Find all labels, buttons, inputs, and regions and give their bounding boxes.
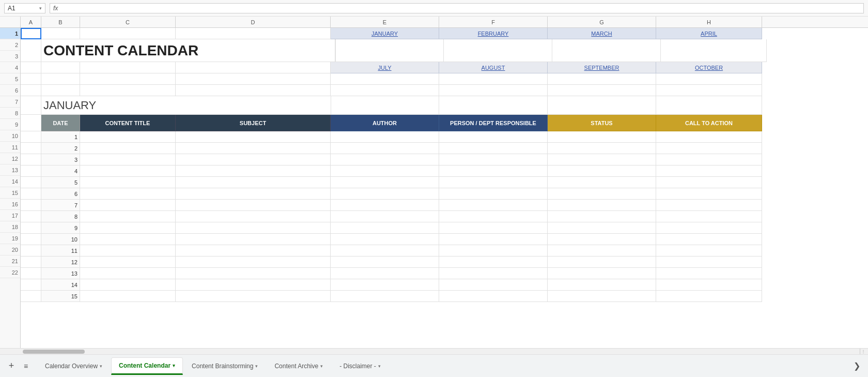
- col-header-h[interactable]: H: [656, 17, 762, 27]
- cell-a10[interactable]: [21, 154, 41, 165]
- row-num-19[interactable]: 19: [0, 233, 20, 244]
- cell-person-10[interactable]: [439, 234, 548, 245]
- cell-author-13[interactable]: [331, 268, 439, 279]
- cell-cta-6[interactable]: [656, 188, 762, 200]
- cell-a2[interactable]: [21, 39, 41, 62]
- cell-a11[interactable]: [21, 165, 41, 177]
- cell-cta-14[interactable]: [656, 279, 762, 291]
- cell-a22[interactable]: [21, 291, 41, 302]
- row-num-2[interactable]: 2: [0, 39, 20, 51]
- cell-author-1[interactable]: [331, 131, 439, 143]
- cell-a1[interactable]: [21, 28, 41, 39]
- cell-person-15[interactable]: [439, 291, 548, 302]
- cell-cta-1[interactable]: [656, 131, 762, 143]
- cell-cta-2[interactable]: [656, 143, 762, 154]
- row-num-17[interactable]: 17: [0, 210, 20, 221]
- cell-title-10[interactable]: [80, 234, 176, 245]
- cell-f5[interactable]: [439, 85, 548, 96]
- cell-c4[interactable]: [80, 73, 176, 85]
- cell-a16[interactable]: [21, 222, 41, 234]
- cell-subject-4[interactable]: [176, 165, 331, 177]
- cell-a14[interactable]: [21, 200, 41, 211]
- cell-c1[interactable]: [80, 28, 176, 39]
- cell-c3[interactable]: [80, 62, 176, 73]
- cell-status-1[interactable]: [548, 131, 656, 143]
- cell-status-7[interactable]: [548, 200, 656, 211]
- cell-subject-11[interactable]: [176, 245, 331, 257]
- cell-day-11[interactable]: 11: [41, 245, 80, 257]
- cell-day-8[interactable]: 8: [41, 211, 80, 222]
- cell-g1-mar[interactable]: MARCH: [548, 28, 656, 39]
- cell-status-13[interactable]: [548, 268, 656, 279]
- cell-a6[interactable]: [21, 96, 41, 115]
- cell-author-11[interactable]: [331, 245, 439, 257]
- cell-author-14[interactable]: [331, 279, 439, 291]
- cell-a15[interactable]: [21, 211, 41, 222]
- row-num-4[interactable]: 4: [0, 62, 20, 73]
- cell-b4[interactable]: [41, 73, 80, 85]
- cell-author-7[interactable]: [331, 200, 439, 211]
- cell-day-13[interactable]: 13: [41, 268, 80, 279]
- cell-b1[interactable]: [41, 28, 80, 39]
- row-num-6[interactable]: 6: [0, 85, 20, 96]
- cell-person-2[interactable]: [439, 143, 548, 154]
- cell-section-title[interactable]: JANUARY: [41, 96, 331, 115]
- col-header-g[interactable]: G: [548, 17, 656, 27]
- tab-content-archive[interactable]: Content Archive ▾: [267, 357, 331, 375]
- cell-cta-7[interactable]: [656, 200, 762, 211]
- row-num-3[interactable]: 3: [0, 51, 20, 62]
- cell-author-9[interactable]: [331, 222, 439, 234]
- col-header-e[interactable]: E: [331, 17, 439, 27]
- cell-person-12[interactable]: [439, 257, 548, 268]
- cell-author-6[interactable]: [331, 188, 439, 200]
- row-num-1[interactable]: 1: [0, 28, 20, 39]
- sheets-list-button[interactable]: ≡: [19, 359, 33, 373]
- col-header-a[interactable]: A: [21, 17, 41, 27]
- cell-subject-2[interactable]: [176, 143, 331, 154]
- col-header-f[interactable]: F: [439, 17, 548, 27]
- row-num-15[interactable]: 15: [0, 187, 20, 199]
- cell-title-5[interactable]: [80, 177, 176, 188]
- cell-d1[interactable]: [176, 28, 331, 39]
- cell-day-7[interactable]: 7: [41, 200, 80, 211]
- cell-a18[interactable]: [21, 245, 41, 257]
- cell-status-2[interactable]: [548, 143, 656, 154]
- cell-status-8[interactable]: [548, 211, 656, 222]
- cell-c5[interactable]: [80, 85, 176, 96]
- cell-a13[interactable]: [21, 188, 41, 200]
- cell-title-8[interactable]: [80, 211, 176, 222]
- cell-a17[interactable]: [21, 234, 41, 245]
- cell-day-2[interactable]: 2: [41, 143, 80, 154]
- cell-subject-6[interactable]: [176, 188, 331, 200]
- cell-a3[interactable]: [21, 62, 41, 73]
- cell-f1-feb[interactable]: FEBRUARY: [439, 28, 548, 39]
- cell-e5[interactable]: [331, 85, 439, 96]
- tab-disclaimer[interactable]: - Disclaimer - ▾: [332, 357, 389, 375]
- col-header-c[interactable]: C: [80, 17, 176, 27]
- cell-person-14[interactable]: [439, 279, 548, 291]
- horizontal-scrollbar[interactable]: ⋮: [0, 348, 868, 354]
- cell-subject-14[interactable]: [176, 279, 331, 291]
- cell-h2[interactable]: [661, 39, 767, 62]
- cell-f6[interactable]: [439, 96, 548, 115]
- cell-h1-apr[interactable]: APRIL: [656, 28, 762, 39]
- col-header-b[interactable]: B: [41, 17, 80, 27]
- row-num-13[interactable]: 13: [0, 164, 20, 176]
- cell-title[interactable]: CONTENT CALENDAR: [41, 39, 331, 62]
- tabs-scroll-right-button[interactable]: ❯: [849, 359, 864, 373]
- cell-status-11[interactable]: [548, 245, 656, 257]
- cell-a20[interactable]: [21, 268, 41, 279]
- col-header-d[interactable]: D: [176, 17, 331, 27]
- cell-subject-7[interactable]: [176, 200, 331, 211]
- scrollbar-thumb[interactable]: [23, 350, 85, 354]
- row-num-18[interactable]: 18: [0, 221, 20, 233]
- cell-author-15[interactable]: [331, 291, 439, 302]
- cell-status-4[interactable]: [548, 165, 656, 177]
- cell-a7[interactable]: [21, 115, 41, 131]
- cell-status-9[interactable]: [548, 222, 656, 234]
- cell-person-3[interactable]: [439, 154, 548, 165]
- cell-person-8[interactable]: [439, 211, 548, 222]
- cell-subject-3[interactable]: [176, 154, 331, 165]
- row-num-10[interactable]: 10: [0, 130, 20, 142]
- cell-a21[interactable]: [21, 279, 41, 291]
